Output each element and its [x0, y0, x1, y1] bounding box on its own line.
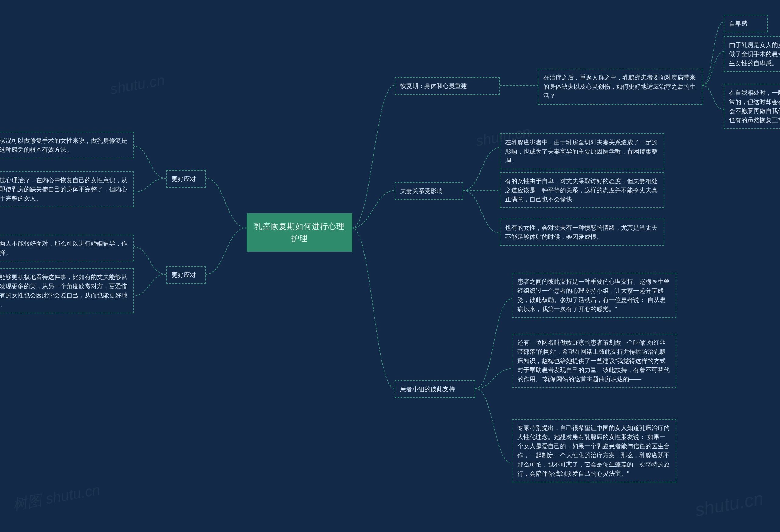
root-title: 乳癌恢复期如何进行心理护理 — [254, 222, 345, 243]
node-couple-sub1[interactable]: 在乳腺癌患者中，由于乳房全切对夫妻关系造成了一定的影响，也成为了夫妻离异的主要原… — [500, 134, 664, 170]
watermark: 树图 shutu.cn — [11, 480, 102, 515]
node-group-sub1[interactable]: 患者之间的彼此支持是一种重要的心理支持。赵梅医生曾经组织过一个患者的心理支持小组… — [512, 273, 676, 318]
node-cope2-sub2[interactable]: 有的夫妻能够更积极地看待这件事，比如有的丈夫能够从妻子身上发现更多的美，从另一个… — [0, 268, 134, 313]
couple-sub3-text: 也有的女性，会对丈夫有一种愤怒的情绪，尤其是当丈夫不能足够体贴的时候，会因爱成恨… — [505, 224, 657, 240]
cope2-sub1-text: 如果夫妻两人不能很好面对，那么可以进行婚姻辅导，作为一种选择。 — [0, 240, 127, 256]
recovery-desc-text: 在治疗之后，重返人群之中，乳腺癌患者要面对疾病带来的身体缺失以及心灵创伤，如何更… — [543, 74, 696, 99]
root-node[interactable]: 乳癌恢复期如何进行心理护理 — [247, 213, 352, 252]
node-cope2-sub1[interactable]: 如果夫妻两人不能很好面对，那么可以进行婚姻辅导，作为一种选择。 — [0, 235, 134, 261]
node-couple-sub3[interactable]: 也有的女性，会对丈夫有一种愤怒的情绪，尤其是当丈夫不能足够体贴的时候，会因爱成恨… — [500, 219, 664, 246]
node-recovery[interactable]: 恢复期：身体和心灵重建 — [395, 77, 500, 95]
node-recovery-sub3[interactable]: 在自我相处时，一般女性本来会有一种自恋状态，这是正常的，但这时却会有一种形体上残… — [724, 84, 780, 129]
watermark-text: shutu.cn — [109, 72, 166, 97]
group-sub3-text: 专家特别提出，自己很希望让中国的女人知道乳癌治疗的人性化理念。她想对患有乳腺癌的… — [517, 425, 670, 477]
node-cope2-label: 更好应对 — [172, 272, 196, 278]
couple-sub1-text: 在乳腺癌患者中，由于乳房全切对夫妻关系造成了一定的影响，也成为了夫妻离异的主要原… — [505, 139, 657, 164]
node-cope2[interactable]: 更好应对 — [166, 266, 206, 284]
node-couple[interactable]: 夫妻关系受影响 — [395, 182, 463, 200]
node-couple-label: 夫妻关系受影响 — [400, 188, 443, 194]
node-cope1[interactable]: 更好应对 — [166, 170, 206, 188]
group-sub2-text: 还有一位网名叫做牧野凉的患者策划做一个叫做"粉红丝带部落"的网站，希望在网络上彼… — [517, 339, 670, 382]
node-group-sub3[interactable]: 专家特别提出，自己很希望让中国的女人知道乳癌治疗的人性化理念。她想对患有乳腺癌的… — [512, 419, 676, 482]
cope1-sub2-text: 还可以通过心理治疗，在内心中恢复自己的女性意识，从而认识到即使乳房的缺失使自己的… — [0, 177, 127, 202]
watermark-text: 树图 shutu.cn — [11, 481, 102, 513]
node-group[interactable]: 患者小组的彼此支持 — [395, 380, 475, 398]
node-group-sub2[interactable]: 还有一位网名叫做牧野凉的患者策划做一个叫做"粉红丝带部落"的网站，希望在网络上彼… — [512, 334, 676, 388]
watermark: shutu.cn — [693, 488, 765, 521]
recovery-sub3-text: 在自我相处时，一般女性本来会有一种自恋状态，这是正常的，但这时却会有一种形体上残… — [729, 89, 780, 124]
node-cope1-sub2[interactable]: 还可以通过心理治疗，在内心中恢复自己的女性意识，从而认识到即使乳房的缺失使自己的… — [0, 171, 134, 207]
node-recovery-desc[interactable]: 在治疗之后，重返人群之中，乳腺癌患者要面对疾病带来的身体缺失以及心灵创伤，如何更… — [538, 68, 702, 104]
node-recovery-label: 恢复期：身体和心灵重建 — [400, 83, 467, 89]
recovery-sub2-text: 由于乳房是女人的女性特征，因此患病之后，尤其是那些做了全切手术的患者，会感觉女性… — [729, 41, 780, 66]
couple-sub2-text: 有的女性由于自卑，对丈夫采取讨好的态度，但夫妻相处之道应该是一种平等的关系，这样… — [505, 178, 657, 203]
cope1-sub1-text: 对于身体状况可以做修复手术的女性来说，做乳房修复是彻底改变这种感觉的根本有效方法… — [0, 137, 127, 153]
node-cope1-sub1[interactable]: 对于身体状况可以做修复手术的女性来说，做乳房修复是彻底改变这种感觉的根本有效方法… — [0, 132, 134, 158]
node-group-label: 患者小组的彼此支持 — [400, 386, 455, 392]
node-cope1-label: 更好应对 — [172, 176, 196, 182]
node-recovery-sub2[interactable]: 由于乳房是女人的女性特征，因此患病之后，尤其是那些做了全切手术的患者，会感觉女性… — [724, 36, 780, 72]
watermark-text: shutu.cn — [693, 488, 765, 520]
group-sub1-text: 患者之间的彼此支持是一种重要的心理支持。赵梅医生曾经组织过一个患者的心理支持小组… — [517, 278, 670, 312]
node-recovery-sub1[interactable]: 自卑感 — [724, 15, 768, 32]
recovery-sub1-text: 自卑感 — [729, 20, 747, 27]
node-couple-sub2[interactable]: 有的女性由于自卑，对丈夫采取讨好的态度，但夫妻相处之道应该是一种平等的关系，这样… — [500, 172, 664, 208]
watermark: shutu.cn — [109, 71, 166, 98]
cope2-sub2-text: 有的夫妻能够更积极地看待这件事，比如有的丈夫能够从妻子身上发现更多的美，从另一个… — [0, 274, 127, 308]
